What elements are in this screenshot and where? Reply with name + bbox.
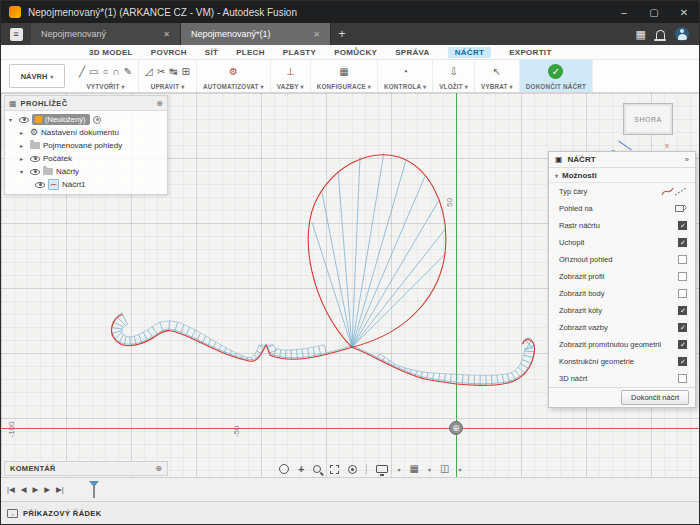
- show-dimensions-checkbox[interactable]: [678, 306, 687, 315]
- group-label-modify[interactable]: UPRAVIT ▾: [145, 83, 190, 90]
- trim-tool-icon[interactable]: ✂: [157, 66, 165, 77]
- base-spline[interactable]: [112, 314, 535, 385]
- ribbon-tab-plasty[interactable]: PLASTY: [283, 48, 316, 57]
- constraints-tool-icon[interactable]: ⊥: [286, 66, 295, 77]
- viewcube[interactable]: SHORA: [623, 103, 673, 135]
- expand-arrow-icon[interactable]: ▸: [20, 129, 27, 136]
- ribbon-tab-sit[interactable]: SÍŤ: [205, 48, 218, 57]
- origin-point-badge[interactable]: ⊕: [449, 421, 463, 435]
- tree-root-row[interactable]: ▾ (Neuložený): [5, 113, 167, 126]
- look-at-icon[interactable]: [674, 203, 687, 214]
- tree-item-document-settings[interactable]: ▸ ⚙ Nastavení dokumentu: [5, 126, 167, 139]
- select-tool-icon[interactable]: ↖: [493, 66, 501, 77]
- notifications-bell-icon[interactable]: [656, 30, 665, 39]
- line-tool-icon[interactable]: ╱: [79, 66, 85, 77]
- automate-tool-icon[interactable]: ⚙: [229, 66, 238, 77]
- fit-icon[interactable]: [330, 465, 339, 474]
- spline-tool-icon[interactable]: ✎: [124, 66, 132, 77]
- visibility-eye-icon[interactable]: [35, 182, 45, 188]
- ribbon-tab-3d-model[interactable]: 3D MODEL: [89, 48, 133, 57]
- expand-arrow-icon[interactable]: ▾: [20, 168, 27, 175]
- maximize-button[interactable]: ▢: [639, 1, 669, 23]
- finish-sketch-palette-button[interactable]: Dokončit náčrt: [621, 390, 689, 405]
- finish-sketch-button[interactable]: ✓ DOKONČIT NÁČRT: [520, 60, 593, 92]
- new-tab-button[interactable]: +: [331, 23, 353, 45]
- close-button[interactable]: ✕: [669, 1, 699, 23]
- group-label-create[interactable]: VYTVOŘIT ▾: [79, 83, 132, 90]
- show-profile-checkbox[interactable]: [678, 272, 687, 281]
- tree-item-named-views[interactable]: ▸ Pojmenované pohledy: [5, 139, 167, 152]
- group-label-configure[interactable]: KONFIGURACE ▾: [317, 83, 371, 90]
- slice-checkbox[interactable]: [678, 255, 687, 264]
- file-menu-button[interactable]: ≡: [1, 23, 31, 45]
- insert-tool-icon[interactable]: ⇩: [449, 66, 457, 77]
- command-line-label[interactable]: PŘÍKAZOVÝ ŘÁDEK: [23, 509, 102, 518]
- minimize-button[interactable]: –: [609, 1, 639, 23]
- show-points-checkbox[interactable]: [678, 289, 687, 298]
- expand-arrow-icon[interactable]: ▾: [9, 116, 16, 123]
- timeline-position-marker[interactable]: [89, 481, 99, 498]
- ribbon-tab-nacrt-active[interactable]: NÁČRT: [448, 47, 492, 58]
- group-label-automate[interactable]: AUTOMATIZOVAT ▾: [203, 83, 264, 90]
- expand-arrow-icon[interactable]: ▸: [20, 142, 27, 149]
- rectangle-tool-icon[interactable]: ▭: [89, 66, 98, 77]
- ribbon-tab-sprava[interactable]: SPRÁVA: [395, 48, 430, 57]
- group-label-select[interactable]: VYBRAT ▾: [481, 83, 513, 90]
- visibility-eye-icon[interactable]: [30, 169, 40, 175]
- browser-header[interactable]: ▦ PROHLÍŽEČ ⊕: [5, 96, 167, 111]
- timeline-skip-end-button[interactable]: ▶|: [56, 485, 64, 494]
- orbit-icon[interactable]: [279, 464, 289, 474]
- arc-tool-icon[interactable]: ∩: [113, 66, 120, 77]
- construction-linetype-icon[interactable]: [674, 186, 687, 197]
- visibility-eye-icon[interactable]: [30, 156, 40, 162]
- ribbon-tab-povrch[interactable]: POVRCH: [151, 48, 187, 57]
- comment-options-icon[interactable]: ⊕: [155, 464, 162, 473]
- grid-settings-icon[interactable]: ▦: [409, 464, 418, 474]
- fillet-tool-icon[interactable]: ◿: [145, 66, 153, 77]
- tab-close-icon[interactable]: ✕: [163, 30, 170, 39]
- petal-outline[interactable]: [308, 155, 446, 347]
- expand-arrow-icon[interactable]: ▸: [20, 155, 27, 162]
- timeline-play-button[interactable]: ▶: [33, 485, 39, 494]
- chevron-down-icon[interactable]: ▾: [428, 466, 431, 473]
- snap-checkbox[interactable]: [678, 238, 687, 247]
- tree-item-sketch1[interactable]: Náčrt1: [5, 178, 167, 191]
- user-avatar[interactable]: [675, 27, 689, 41]
- move-tool-icon[interactable]: ↹: [169, 66, 177, 77]
- document-tab-2-active[interactable]: Nepojmenovaný*(1) ✕: [181, 23, 331, 45]
- display-settings-icon[interactable]: [376, 465, 388, 473]
- ribbon-tab-exportit[interactable]: EXPORTIT: [509, 48, 551, 57]
- chevron-down-icon[interactable]: ▾: [458, 466, 461, 473]
- show-constraints-checkbox[interactable]: [678, 323, 687, 332]
- visibility-eye-icon[interactable]: [19, 117, 29, 123]
- circle-tool-icon[interactable]: ○: [102, 66, 108, 77]
- palette-header[interactable]: ▣ NÁČRT »: [549, 152, 695, 168]
- document-root-item[interactable]: (Neuložený): [32, 114, 90, 125]
- group-label-insert[interactable]: VLOŽIT ▾: [439, 83, 468, 90]
- ribbon-tab-plech[interactable]: PLECH: [236, 48, 265, 57]
- viewports-icon[interactable]: ◫: [440, 464, 449, 474]
- activate-radio-icon[interactable]: [93, 116, 101, 124]
- palette-collapse-icon[interactable]: »: [685, 155, 689, 164]
- pan-icon[interactable]: +: [298, 464, 304, 474]
- browser-options-icon[interactable]: ⊕: [156, 99, 163, 108]
- group-label-constraints[interactable]: VAZBY ▾: [277, 83, 304, 90]
- ribbon-tab-pomucky[interactable]: POMŮCKY: [334, 48, 377, 57]
- palette-section-options[interactable]: ▾ Možnosti: [549, 168, 695, 183]
- document-tab-1[interactable]: Nepojmenovaný ✕: [31, 23, 181, 45]
- inspect-tool-icon[interactable]: ◔: [402, 66, 408, 77]
- tree-item-origin[interactable]: ▸ Počátek: [5, 152, 167, 165]
- show-projected-checkbox[interactable]: [678, 340, 687, 349]
- workspace-selector-button[interactable]: NÁVRH ▾: [9, 64, 65, 88]
- job-status-icon[interactable]: ▦: [636, 28, 646, 41]
- tree-item-sketches[interactable]: ▾ Náčrty: [5, 165, 167, 178]
- sketch-grid-checkbox[interactable]: [678, 221, 687, 230]
- timeline-skip-start-button[interactable]: |◀: [7, 485, 15, 494]
- chevron-down-icon[interactable]: ▾: [397, 466, 400, 473]
- construction-geometry-checkbox[interactable]: [678, 357, 687, 366]
- comment-bar[interactable]: KOMENTÁŘ ⊕: [4, 461, 168, 476]
- 3d-sketch-checkbox[interactable]: [678, 374, 687, 383]
- tab-close-icon[interactable]: ✕: [313, 30, 320, 39]
- timeline-step-back-button[interactable]: ◀: [21, 485, 27, 494]
- configure-tool-icon[interactable]: ▦: [339, 66, 348, 77]
